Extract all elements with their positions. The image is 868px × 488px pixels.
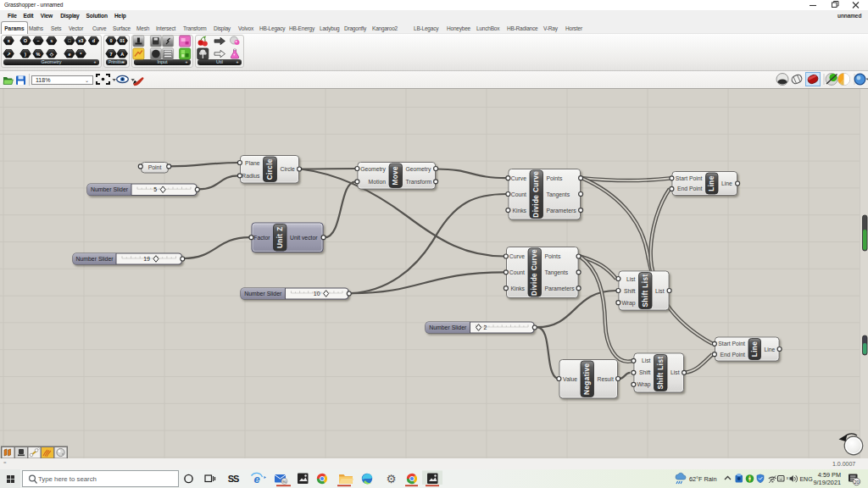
svg-text:Unit Z: Unit Z <box>276 226 284 248</box>
svg-text:Shift: Shift <box>639 369 651 375</box>
svg-text:List: List <box>655 288 665 294</box>
svg-text:Line: Line <box>751 341 759 357</box>
svg-text:Radius: Radius <box>242 173 260 179</box>
svg-text:Kinks: Kinks <box>512 208 526 214</box>
svg-text:Result: Result <box>598 376 614 382</box>
svg-text:Start Point: Start Point <box>718 341 745 347</box>
svg-text:~: ~ <box>36 38 39 43</box>
svg-text:90: 90 <box>282 480 287 484</box>
svg-text:Line: Line <box>765 347 776 352</box>
svg-text:Transform: Transform <box>406 179 432 185</box>
svg-text:10: 10 <box>314 291 320 297</box>
svg-text:Plane: Plane <box>245 160 260 166</box>
svg-text:Geometry: Geometry <box>360 166 386 173</box>
svg-text:Unit vector: Unit vector <box>290 235 318 241</box>
svg-text:Point: Point <box>148 164 162 170</box>
svg-text:2: 2 <box>484 324 487 330</box>
svg-text:01: 01 <box>120 38 125 43</box>
svg-text:Number Slider: Number Slider <box>75 256 114 262</box>
svg-text:9/19/2021: 9/19/2021 <box>814 479 841 486</box>
svg-text:End Point: End Point <box>677 186 703 191</box>
svg-text:d: d <box>92 38 95 43</box>
svg-text:Move: Move <box>392 166 399 186</box>
svg-text:Curve: Curve <box>509 253 525 259</box>
svg-text:e: e <box>253 473 259 485</box>
svg-text:Divide Curve: Divide Curve <box>532 171 540 218</box>
svg-text:x3: x3 <box>78 38 83 43</box>
svg-text:⚙: ⚙ <box>386 473 396 485</box>
svg-text:Kinks: Kinks <box>510 286 525 291</box>
svg-text:O: O <box>24 38 28 43</box>
svg-text:List: List <box>642 358 651 363</box>
svg-text:Points: Points <box>545 253 561 259</box>
svg-text:Circle: Circle <box>266 158 274 180</box>
svg-text:SS: SS <box>228 474 239 484</box>
svg-text:Motion: Motion <box>369 179 387 185</box>
svg-text:List: List <box>670 369 680 375</box>
svg-text:5: 5 <box>153 186 157 192</box>
svg-text:◇: ◇ <box>49 52 54 57</box>
svg-text:62°F Rain: 62°F Rain <box>689 475 717 483</box>
svg-text:Factor: Factor <box>253 235 270 241</box>
svg-text:): ) <box>25 52 26 57</box>
svg-text:ENG: ENG <box>799 476 812 482</box>
svg-text:19: 19 <box>143 256 150 262</box>
svg-text:Number Slider: Number Slider <box>429 324 467 330</box>
svg-text:Parameters: Parameters <box>547 208 577 214</box>
svg-text:Line: Line <box>721 180 732 186</box>
svg-text:Geometry: Geometry <box>406 166 431 173</box>
svg-text:Circle: Circle <box>281 166 296 172</box>
svg-text:0: 0 <box>109 38 112 43</box>
svg-text:↗: ↗ <box>7 52 11 57</box>
svg-text:Wrap: Wrap <box>637 381 650 388</box>
svg-text:Start Point: Start Point <box>676 175 703 181</box>
svg-text:Tangents: Tangents <box>545 269 569 276</box>
svg-text:Count: Count <box>511 191 526 197</box>
svg-text:Wrap: Wrap <box>621 300 635 307</box>
svg-text:Number Slider: Number Slider <box>91 186 129 192</box>
svg-text:Tangents: Tangents <box>547 191 570 198</box>
svg-text:Value: Value <box>563 376 577 382</box>
svg-text:Number Slider: Number Slider <box>244 291 282 297</box>
svg-text:Parameters: Parameters <box>545 286 576 291</box>
svg-text:Curve: Curve <box>511 175 526 181</box>
svg-text:Divide Curve: Divide Curve <box>531 249 538 296</box>
svg-text:List: List <box>626 276 636 282</box>
svg-text:7: 7 <box>109 52 112 57</box>
svg-text:s: s <box>50 38 53 43</box>
svg-text:Line: Line <box>708 175 715 191</box>
svg-text:Shift: Shift <box>624 288 636 294</box>
svg-text:4:59 PM: 4:59 PM <box>818 471 841 479</box>
svg-text:Count: Count <box>509 269 525 275</box>
svg-text:e: e <box>68 52 70 57</box>
svg-text:A: A <box>120 52 124 57</box>
svg-text:Points: Points <box>547 175 563 181</box>
svg-text:Shift List: Shift List <box>642 274 649 307</box>
svg-text:20: 20 <box>854 480 859 485</box>
svg-text:Shift List: Shift List <box>657 356 665 389</box>
svg-text:%: % <box>36 52 41 57</box>
svg-text:x: x <box>787 475 789 480</box>
svg-text:Negative: Negative <box>583 363 591 395</box>
svg-text:End Point: End Point <box>721 352 746 358</box>
